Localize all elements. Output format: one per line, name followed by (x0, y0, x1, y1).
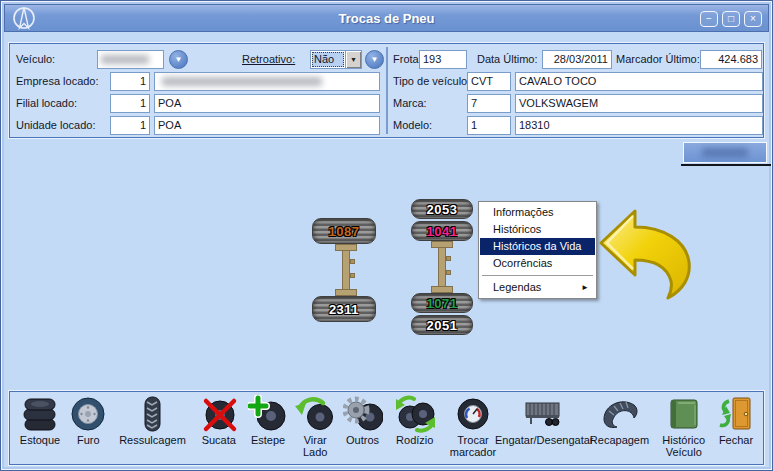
rear-axle-bottom-cap (431, 286, 453, 293)
tire-wheel-icon (68, 395, 108, 433)
tire-number: 2311 (329, 302, 359, 317)
filial-name-input[interactable]: POA (154, 94, 380, 113)
menu-item-ocorrencias[interactable]: Ocorrências (480, 255, 595, 272)
tire-number: 2053 (427, 202, 458, 217)
menu-item-historicos-da-vida[interactable]: Históricos da Vida (480, 238, 595, 255)
menu-item-legendas[interactable]: Legendas ► (480, 279, 595, 296)
minimize-button[interactable]: − (700, 11, 718, 27)
retroativo-dropdown[interactable]: Não ▼ (310, 50, 362, 69)
submenu-arrow-icon: ► (581, 279, 589, 296)
retroativo-selected-value: Não (312, 52, 344, 67)
toolbar-label: Estoque (20, 434, 60, 446)
app-logo-icon (11, 6, 37, 30)
toolbar-button-estoque[interactable]: Estoque (14, 395, 66, 446)
toolbar-label: Sucata (202, 434, 236, 446)
empresa-locado-label: Empresa locado: (16, 72, 99, 91)
action-button-underline (681, 164, 771, 166)
marca-label: Marca: (393, 94, 427, 113)
toolbar-button-historico-veiculo[interactable]: Histórico Veículo (655, 395, 713, 458)
maximize-button[interactable]: □ (722, 11, 740, 27)
unidade-name-input[interactable]: POA (154, 116, 380, 135)
toolbar-button-rodizio[interactable]: Rodízio (388, 395, 442, 446)
toolbar-button-furo[interactable]: Furo (66, 395, 110, 446)
marcador-ultimo-label: Marcador Último: (616, 50, 700, 69)
filial-code-input[interactable]: 1 (110, 94, 150, 113)
retroativo-label: Retroativo: (242, 50, 295, 69)
toolbar-button-ressulcagem[interactable]: Ressulcagem (111, 395, 195, 446)
toolbar-label: Furo (77, 434, 100, 446)
tire-rear-inner-top[interactable]: 1041 (411, 221, 473, 241)
toolbar-label: Rodízio (396, 434, 433, 446)
title-bar: Trocas de Pneu − □ × (4, 4, 769, 32)
retroativo-lookup-button[interactable]: ▼ (365, 50, 384, 69)
toolbar-button-fechar[interactable]: Fechar (713, 395, 759, 446)
menu-item-label: Legendas (493, 281, 541, 293)
retroativo-dropdown-arrow[interactable]: ▼ (345, 51, 361, 68)
exit-door-icon (716, 395, 756, 433)
trocas-de-pneu-window: Trocas de Pneu − □ × Veículo: ▼ Retroati… (0, 0, 773, 471)
tire-rear-inner-bottom[interactable]: 1071 (411, 293, 473, 313)
empresa-code-input[interactable]: 1 (110, 72, 150, 91)
tire-front-left[interactable]: 1087 (312, 218, 376, 244)
tire-number: 1071 (427, 296, 458, 311)
tipo-code-input[interactable]: CVT (467, 72, 511, 91)
marca-name-input[interactable]: VOLKSWAGEM (515, 94, 763, 113)
modelo-name-input[interactable]: 18310 (515, 116, 763, 135)
toolbar-button-trocar-marcador[interactable]: Trocar marcador (442, 395, 504, 458)
tire-green-plus-icon (248, 395, 288, 433)
marcador-ultimo-input[interactable]: 424.683 (700, 50, 762, 69)
data-ultimo-label: Data Último: (477, 50, 538, 69)
marca-code-input[interactable]: 7 (467, 94, 511, 113)
tire-rear-outer-bottom[interactable]: 2051 (411, 315, 473, 335)
frota-label: Frota: (393, 50, 422, 69)
front-axle-bottom-cap (335, 289, 357, 296)
vehicle-form-panel: Veículo: ▼ Retroativo: Não ▼ ▼ Frota: 19… (9, 43, 764, 138)
menu-item-historicos[interactable]: Históricos (480, 221, 595, 238)
tire-tread-icon (133, 395, 173, 433)
tire-number: 1087 (329, 224, 360, 239)
tire-stack-icon (20, 395, 60, 433)
modelo-code-input[interactable]: 1 (467, 116, 511, 135)
toolbar-button-virar-lado[interactable]: Virar Lado (293, 395, 337, 458)
toolbar-button-sucata[interactable]: Sucata (195, 395, 243, 446)
axle-notch (446, 270, 451, 275)
front-axle-top-cap (335, 244, 357, 251)
tire-gear-icon (343, 395, 383, 433)
menu-item-informacoes[interactable]: Informações (480, 204, 595, 221)
tire-red-x-icon (199, 395, 239, 433)
toolbar-button-engatar-desengatar[interactable]: Engatar/Desengatar (504, 395, 584, 446)
filial-locado-label: Filial locado: (16, 94, 77, 113)
toolbar-label: Estepe (251, 434, 285, 446)
close-button[interactable]: × (744, 11, 762, 27)
toolbar-button-outros[interactable]: Outros (338, 395, 388, 446)
menu-separator (482, 275, 593, 276)
axle-notch (446, 256, 451, 261)
tire-gauge-icon (453, 395, 493, 433)
form-divider (386, 47, 388, 134)
axle-notch (350, 259, 355, 264)
tire-flip-arrow-icon (295, 395, 335, 433)
axle-notch (350, 273, 355, 278)
toolbar-button-recapagem[interactable]: Recapagem (585, 395, 655, 446)
window-title: Trocas de Pneu (5, 11, 768, 26)
empresa-name-input[interactable] (154, 72, 380, 91)
toolbar-label: Histórico Veículo (655, 434, 713, 458)
green-book-icon (664, 395, 704, 433)
toolbar-button-estepe[interactable]: Estepe (243, 395, 293, 446)
frota-input[interactable]: 193 (419, 50, 467, 69)
veiculo-lookup-button[interactable]: ▼ (169, 50, 188, 69)
blurred-action-button[interactable] (683, 142, 767, 163)
tread-strip-icon (600, 395, 640, 433)
tipo-veiculo-label: Tipo de veículo: (393, 72, 470, 91)
modelo-label: Modelo: (393, 116, 432, 135)
toolbar-label: Virar Lado (293, 434, 337, 458)
tire-rear-left[interactable]: 2311 (312, 296, 376, 322)
context-menu: Informações Históricos Históricos da Vid… (478, 201, 597, 299)
data-ultimo-input[interactable]: 28/03/2011 (542, 50, 612, 69)
tire-rear-outer-top[interactable]: 2053 (411, 199, 473, 219)
tire-rotate-icon (395, 395, 435, 433)
veiculo-input[interactable] (97, 50, 164, 69)
tipo-name-input[interactable]: CAVALO TOCO (515, 72, 763, 91)
toolbar-label: Engatar/Desengatar (495, 434, 593, 446)
unidade-code-input[interactable]: 1 (110, 116, 150, 135)
